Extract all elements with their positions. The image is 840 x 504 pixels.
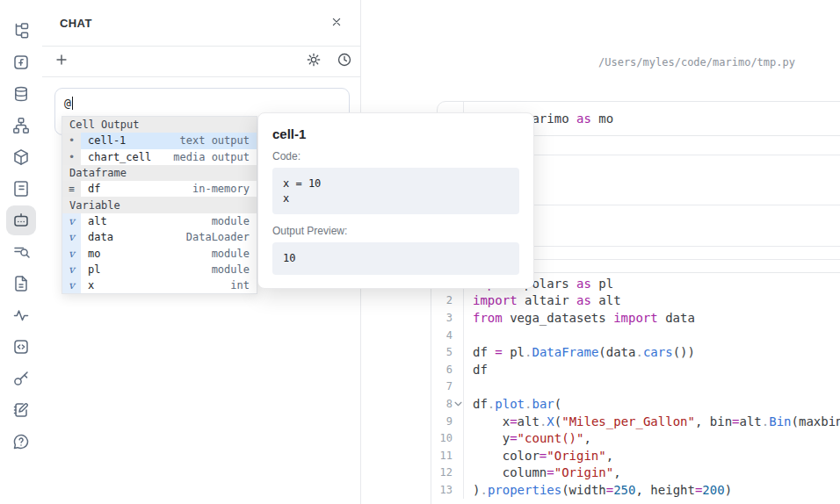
code-line-11[interactable]: 11 color="Origin", (431, 447, 840, 464)
code-line-5[interactable]: 5df = pl.DataFrame(data.cars()) (431, 343, 840, 361)
line-number: 7 (431, 378, 464, 396)
autocomplete-item-mo[interactable]: vmomodule (62, 245, 257, 261)
code-square-icon[interactable] (6, 332, 36, 362)
close-icon (329, 15, 344, 32)
code-line-8[interactable]: 8df.plot.bar( (431, 395, 840, 413)
line-number: 5 (431, 343, 464, 361)
new-chat-button[interactable] (51, 50, 72, 71)
var-gutter-icon: v (62, 245, 81, 261)
var-gutter-icon: v (62, 262, 81, 277)
autocomplete-item-alt[interactable]: valtmodule (62, 213, 257, 229)
line-number: 9 (431, 413, 464, 430)
clock-history-icon (337, 52, 352, 70)
code-preview-block: x = 10 x (272, 168, 519, 214)
line-number: 12 (431, 464, 464, 482)
file-tree-icon[interactable] (6, 16, 36, 46)
key-icon[interactable] (6, 364, 36, 393)
autocomplete-item-data[interactable]: vdataDataLoader (62, 229, 257, 245)
autocomplete-section-header: Variable (62, 197, 257, 212)
output-preview-label: Output Preview: (272, 225, 519, 237)
autocomplete-item-x[interactable]: vxint (62, 277, 257, 293)
item-label: pl (88, 263, 100, 276)
gear-icon (306, 52, 322, 70)
autocomplete-section-header: Cell Output (62, 117, 257, 133)
code-line-10[interactable]: 10 y="count()", (431, 429, 840, 447)
close-panel-button[interactable] (326, 12, 347, 33)
code-text: df (464, 363, 488, 377)
code-line-13[interactable]: 13).properties(width=250, height=200) (431, 481, 840, 499)
item-type-badge: module (212, 263, 250, 276)
var-gutter-icon: v (62, 277, 81, 293)
item-type-badge: DataLoader (186, 231, 250, 243)
code-text: x=alt.X("Miles_per_Gallon", bin=alt.Bin(… (464, 414, 840, 428)
code-text: df.plot.bar( (464, 397, 561, 411)
line-number: 4 (431, 327, 464, 344)
line-number: 13 (431, 481, 464, 499)
item-type-badge: module (212, 248, 250, 260)
item-type-badge: module (212, 215, 250, 227)
network-icon[interactable] (6, 111, 36, 140)
line-number: 11 (431, 447, 464, 464)
bullet-gutter-icon: • (62, 149, 81, 165)
item-label: data (88, 231, 113, 243)
item-label: cell-1 (88, 134, 126, 147)
code-text: column="Origin", (464, 465, 621, 479)
item-label: df (88, 183, 100, 195)
cell-preview-popover: cell-1 Code: x = 10 x Output Preview: 10 (257, 112, 534, 289)
item-label: x (88, 279, 94, 292)
table-gutter-icon: ≡ (62, 181, 81, 197)
activity-sidebar (0, 0, 43, 504)
item-type-badge: int (230, 279, 250, 292)
item-type-badge: in-memory (192, 183, 250, 195)
chat-panel-title: CHAT (60, 17, 92, 30)
autocomplete-item-pl[interactable]: vplmodule (62, 262, 257, 277)
code-line-4[interactable]: 4 (431, 327, 840, 344)
chat-input-value: @ (64, 97, 71, 110)
var-gutter-icon: v (62, 229, 81, 245)
activity-icon[interactable] (6, 300, 36, 330)
item-label: alt (88, 215, 107, 227)
code-label: Code: (272, 150, 519, 162)
item-label: chart_cell (88, 151, 151, 163)
autocomplete-item-cell-1[interactable]: •cell-1text output (62, 133, 257, 148)
popover-title: cell-1 (272, 126, 519, 141)
line-number: 10 (431, 429, 464, 447)
code-line-6[interactable]: 6df (431, 361, 840, 378)
code-line-12[interactable]: 12 column="Origin", (431, 464, 840, 482)
line-number: 3 (431, 309, 464, 327)
line-number: 2 (431, 292, 464, 310)
chat-settings-button[interactable] (303, 50, 324, 71)
mention-autocomplete-dropdown: Cell Output•cell-1text output•chart_cell… (62, 116, 257, 294)
line-number: 6 (431, 361, 464, 378)
code-line-2[interactable]: 2import altair as alt (431, 292, 840, 310)
code-text: import altair as alt (464, 293, 621, 307)
fold-chevron-icon[interactable] (454, 401, 462, 407)
code-text: ).properties(width=250, height=200) (464, 483, 732, 497)
code-text: y="count()", (464, 431, 591, 445)
file-text-icon[interactable] (6, 269, 36, 299)
scroll-text-icon[interactable] (6, 174, 36, 204)
autocomplete-item-chart_cell[interactable]: •chart_cellmedia output (62, 149, 257, 165)
file-path: /Users/myles/code/marimo/tmp.py (598, 56, 795, 68)
code-line-3[interactable]: 3from vega_datasets import data (431, 309, 840, 327)
code-line-7[interactable]: 7 (431, 378, 840, 396)
help-circle-icon[interactable] (6, 427, 36, 457)
notebook-cell-plot-code[interactable]: 1import polars as pl2import altair as al… (431, 272, 840, 504)
item-type-badge: media output (173, 151, 250, 163)
chat-panel-header: CHAT (42, 0, 360, 47)
chat-bot-icon[interactable] (6, 205, 36, 235)
list-search-icon[interactable] (6, 237, 36, 267)
var-gutter-icon: v (62, 213, 81, 229)
output-preview-block: 10 (272, 242, 519, 275)
code-text: color="Origin", (464, 449, 613, 463)
notebook-pen-icon[interactable] (6, 395, 36, 425)
function-square-icon[interactable] (6, 47, 36, 77)
code-text: from vega_datasets import data (464, 311, 695, 325)
database-icon[interactable] (6, 79, 36, 109)
chat-history-button[interactable] (334, 50, 355, 71)
autocomplete-item-df[interactable]: ≡dfin-memory (62, 181, 257, 197)
bullet-gutter-icon: • (62, 133, 81, 148)
code-line-9[interactable]: 9 x=alt.X("Miles_per_Gallon", bin=alt.Bi… (431, 413, 840, 430)
item-type-badge: text output (180, 134, 250, 147)
package-icon[interactable] (6, 142, 36, 172)
